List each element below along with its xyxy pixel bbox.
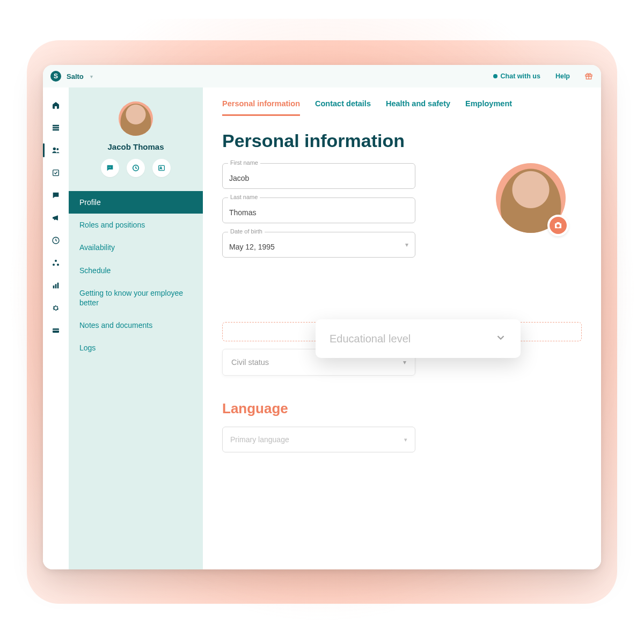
sidenav-availability[interactable]: Availability <box>69 236 203 259</box>
last-name-label: Last name <box>228 194 260 200</box>
chevron-down-icon: ▾ <box>404 436 407 443</box>
dob-field[interactable]: Date of birth May 12, 1995 ▾ <box>222 232 415 258</box>
help-link[interactable]: Help <box>555 72 570 80</box>
topbar: S Salto ▾ Chat with us Help <box>43 65 601 87</box>
svg-rect-3 <box>53 127 59 129</box>
brand-logo-icon[interactable]: S <box>50 71 61 82</box>
sidenav-notes-docs[interactable]: Notes and documents <box>69 314 203 336</box>
sidenav-profile[interactable]: Profile <box>69 191 203 214</box>
educational-level-label: Educational level <box>330 333 495 345</box>
id-card-button[interactable] <box>152 159 171 177</box>
chevron-down-icon[interactable]: ▾ <box>90 74 93 79</box>
side-nav: Profile Roles and positions Availability… <box>69 191 203 360</box>
svg-rect-14 <box>57 283 59 289</box>
dob-value: May 12, 1995 <box>229 243 275 251</box>
home-icon[interactable] <box>51 100 61 110</box>
tab-personal-info[interactable]: Personal information <box>222 99 300 116</box>
tab-health-safety[interactable]: Health and safety <box>386 99 450 116</box>
primary-language-dropdown[interactable]: Primary language ▾ <box>222 427 415 452</box>
chevron-down-icon: ▾ <box>405 241 408 248</box>
checklist-icon[interactable] <box>51 168 61 178</box>
chat-icon <box>493 74 497 78</box>
civil-status-placeholder: Civil status <box>231 358 403 367</box>
primary-language-placeholder: Primary language <box>230 435 404 444</box>
svg-point-11 <box>57 264 59 266</box>
org-icon[interactable] <box>51 258 61 268</box>
side-panel: Jacob Thomas Profile Roles and positions… <box>69 87 203 569</box>
svg-point-21 <box>160 167 162 169</box>
brand-name[interactable]: Salto <box>67 72 84 80</box>
svg-rect-16 <box>53 330 59 331</box>
tab-employment[interactable]: Employment <box>465 99 512 116</box>
svg-rect-13 <box>55 284 57 288</box>
message-button[interactable] <box>101 159 119 177</box>
app-window: S Salto ▾ Chat with us Help <box>43 65 601 569</box>
svg-point-17 <box>108 167 109 167</box>
first-name-field[interactable]: First name Jacob <box>222 163 415 189</box>
chart-icon[interactable] <box>51 281 61 290</box>
chevron-down-icon <box>495 332 507 346</box>
svg-rect-12 <box>53 286 55 288</box>
clock-icon[interactable] <box>51 236 61 245</box>
schedule-button[interactable] <box>127 159 145 177</box>
upload-photo-button[interactable] <box>547 215 569 236</box>
chevron-down-icon: ▾ <box>403 358 406 366</box>
icon-rail <box>43 87 69 569</box>
sidenav-logs[interactable]: Logs <box>69 336 203 359</box>
main-content: Personal information Contact details Hea… <box>203 87 601 569</box>
svg-rect-2 <box>53 125 59 127</box>
chat-label: Chat with us <box>501 72 540 80</box>
page-title: Personal information <box>203 116 601 163</box>
tab-contact-details[interactable]: Contact details <box>315 99 371 116</box>
layers-icon[interactable] <box>51 123 61 133</box>
profile-block: Jacob Thomas <box>69 101 203 177</box>
svg-rect-7 <box>53 170 59 176</box>
svg-point-10 <box>53 264 55 266</box>
gift-icon[interactable] <box>584 71 594 81</box>
svg-point-6 <box>56 148 58 150</box>
dob-label: Date of birth <box>228 228 265 235</box>
card-icon[interactable] <box>51 326 61 335</box>
sidenav-schedule[interactable]: Schedule <box>69 259 203 282</box>
svg-point-9 <box>55 260 57 262</box>
svg-point-18 <box>110 167 111 167</box>
last-name-value: Thomas <box>229 208 257 217</box>
language-heading: Language <box>203 376 601 427</box>
tabs: Personal information Contact details Hea… <box>203 87 601 116</box>
chat-bubble-icon[interactable] <box>51 191 61 200</box>
svg-rect-4 <box>53 129 59 131</box>
first-name-label: First name <box>228 159 260 166</box>
megaphone-icon[interactable] <box>51 213 61 223</box>
first-name-value: Jacob <box>229 174 249 182</box>
chat-with-us-link[interactable]: Chat with us <box>493 72 540 80</box>
educational-level-dropdown[interactable]: Educational level <box>316 319 521 358</box>
sidenav-roles[interactable]: Roles and positions <box>69 214 203 236</box>
avatar[interactable] <box>119 101 153 136</box>
sidenav-know-employee[interactable]: Getting to know your employee better <box>69 282 203 314</box>
svg-point-5 <box>53 148 56 150</box>
people-icon[interactable] <box>51 145 61 155</box>
last-name-field[interactable]: Last name Thomas <box>222 197 415 223</box>
profile-name: Jacob Thomas <box>107 142 164 151</box>
gear-icon[interactable] <box>51 303 61 313</box>
